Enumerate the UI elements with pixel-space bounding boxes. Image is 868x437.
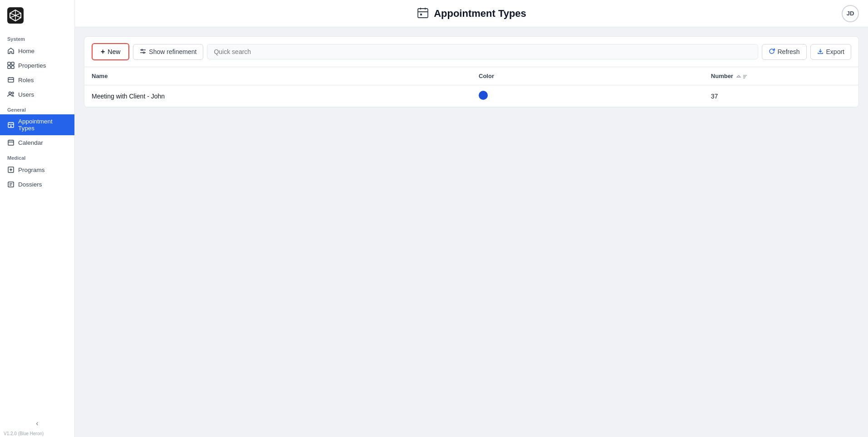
refresh-label: Refresh [778, 48, 800, 55]
sidebar-item-dossiers[interactable]: Dossiers [0, 177, 74, 191]
export-button[interactable]: Export [810, 44, 851, 60]
svg-rect-16 [8, 182, 14, 187]
color-dot [479, 91, 488, 100]
sidebar-item-properties-label: Properties [18, 62, 46, 69]
page-title: Appointment Types [434, 8, 526, 20]
page-title-container: Appointment Types [417, 6, 526, 21]
new-button[interactable]: + New [92, 43, 129, 60]
table-body: Meeting with Client - John 37 [84, 85, 858, 107]
programs-icon [7, 166, 15, 173]
row-name: Meeting with Client - John [84, 85, 471, 107]
svg-rect-7 [8, 66, 10, 69]
properties-icon [7, 62, 15, 69]
search-input[interactable] [207, 44, 758, 59]
system-section-label: System [0, 31, 74, 44]
sidebar-item-programs-label: Programs [18, 167, 45, 173]
sidebar-item-programs[interactable]: Programs [0, 162, 74, 177]
sidebar-item-roles[interactable]: Roles [0, 73, 74, 87]
sidebar-section-system: System Home Properties [0, 31, 74, 102]
column-header-color: Color [471, 67, 704, 85]
svg-rect-18 [420, 14, 422, 15]
roles-icon [7, 76, 15, 83]
column-header-name: Name [84, 67, 471, 85]
sidebar-collapse-button[interactable]: ‹ [31, 417, 44, 430]
svg-rect-17 [418, 9, 428, 18]
export-label: Export [826, 48, 844, 55]
sidebar-item-properties[interactable]: Properties [0, 58, 74, 73]
sidebar-item-calendar[interactable]: Calendar [0, 135, 74, 150]
svg-point-19 [142, 49, 143, 50]
sidebar-item-users[interactable]: Users [0, 87, 74, 102]
toolbar: + New Show refinement [84, 37, 858, 67]
export-icon [817, 48, 824, 56]
filter-icon [140, 48, 146, 56]
sidebar-section-medical: Medical Programs Dossiers [0, 150, 74, 191]
svg-point-20 [143, 52, 145, 53]
sidebar-item-appointment-types-label: Appointment Types [18, 118, 67, 132]
refresh-icon [769, 48, 775, 56]
top-header: Appointment Types JD [75, 0, 868, 27]
general-section-label: General [0, 102, 74, 114]
row-number: 37 [704, 85, 858, 107]
calendar-icon [7, 139, 15, 146]
svg-rect-5 [8, 62, 10, 65]
medical-section-label: Medical [0, 150, 74, 162]
svg-marker-25 [737, 75, 740, 77]
new-button-label: New [108, 48, 120, 55]
content-area: + New Show refinement [75, 27, 868, 437]
row-color [471, 85, 704, 107]
svg-rect-6 [11, 62, 14, 65]
dossiers-icon [7, 181, 15, 188]
table-header: Name Color Number [84, 67, 858, 85]
plus-icon: + [101, 48, 105, 56]
svg-rect-14 [8, 140, 14, 145]
sidebar: System Home Properties [0, 0, 75, 437]
users-icon [7, 91, 15, 98]
svg-point-13 [10, 126, 11, 127]
svg-rect-8 [11, 66, 14, 69]
app-logo-icon [7, 7, 24, 24]
sidebar-section-general: General Appointment Types Calendar [0, 102, 74, 150]
show-refinement-button[interactable]: Show refinement [133, 44, 203, 60]
sidebar-logo [0, 0, 74, 31]
appointment-types-icon [7, 121, 15, 128]
sidebar-item-home-label: Home [18, 48, 34, 54]
appointment-types-header-icon [417, 6, 429, 21]
content-card: + New Show refinement [84, 36, 859, 108]
sidebar-version: V1.2.0 (Blue Heron) [4, 431, 44, 436]
sidebar-item-home[interactable]: Home [0, 44, 74, 58]
appointment-types-table: Name Color Number [84, 67, 858, 107]
show-refinement-label: Show refinement [149, 48, 196, 55]
sidebar-item-dossiers-label: Dossiers [18, 181, 42, 188]
main-content: Appointment Types JD + New [75, 0, 868, 437]
sidebar-item-appointment-types[interactable]: Appointment Types [0, 114, 74, 135]
sort-filter-icons[interactable] [736, 74, 748, 79]
column-header-number: Number [704, 67, 858, 85]
sidebar-item-roles-label: Roles [18, 77, 34, 83]
table-row[interactable]: Meeting with Client - John 37 [84, 85, 858, 107]
sidebar-item-calendar-label: Calendar [18, 139, 43, 146]
svg-point-11 [12, 92, 14, 94]
svg-point-10 [9, 92, 11, 94]
sidebar-item-users-label: Users [18, 91, 34, 98]
svg-rect-9 [8, 78, 14, 82]
refresh-button[interactable]: Refresh [762, 44, 807, 60]
home-icon [7, 47, 15, 54]
user-avatar[interactable]: JD [842, 5, 859, 22]
